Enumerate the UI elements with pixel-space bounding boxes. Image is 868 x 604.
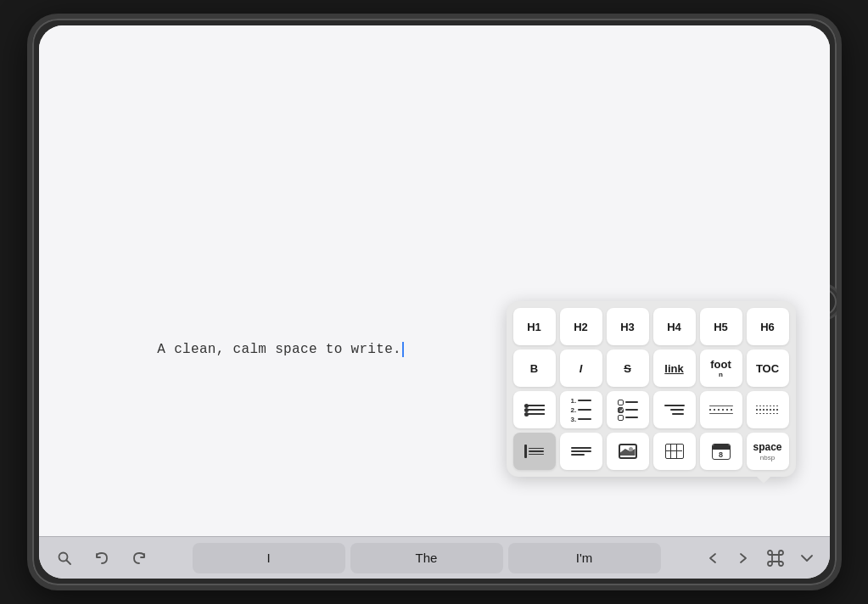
autocomplete-item-1[interactable]: I [193,543,345,573]
formatting-popup: H1 H2 H3 H4 H5 H6 B I S link footn TOC [507,301,796,477]
chevron-left-icon [706,550,720,567]
separator2-button[interactable] [747,391,789,428]
bullet-list-icon [524,405,545,415]
text-block-button[interactable] [560,433,602,470]
redo-icon [131,550,148,567]
document-area[interactable]: A clean, calm space to write. H1 H2 H3 H… [39,25,830,536]
italic-button[interactable]: I [560,350,602,387]
indent-icon [664,405,685,415]
nav-prev-button[interactable] [699,545,726,572]
calendar-icon: 8 [712,444,731,460]
heading5-button[interactable]: H5 [700,308,742,345]
text-block-icon [571,447,591,456]
link-button[interactable]: link [653,350,696,387]
bottom-toolbar: I The I'm [39,536,830,579]
chevron-right-icon [736,550,750,567]
autocomplete-item-2[interactable]: The [350,543,503,573]
toolbar-right [699,545,820,572]
command-icon [766,549,785,568]
autocomplete-item-3[interactable]: I'm [508,543,661,573]
chevron-down-icon [798,550,815,567]
command-button[interactable] [760,545,791,572]
redo-button[interactable] [124,543,154,573]
table-button[interactable] [653,433,696,470]
numbered-list-button[interactable]: 1. 2. 3. [560,391,602,428]
toc-button[interactable]: TOC [747,350,789,387]
footnote-button[interactable]: footn [700,350,742,387]
heading2-button[interactable]: H2 [560,308,602,345]
divider-icon [524,445,544,458]
heading1-button[interactable]: H1 [513,308,556,345]
heading3-button[interactable]: H3 [607,308,649,345]
screen: A clean, calm space to write. H1 H2 H3 H… [39,25,830,579]
image-icon [619,444,637,459]
checklist-button[interactable]: ✓ [607,391,649,428]
space-button[interactable]: space nbsp [747,433,789,470]
heading4-button[interactable]: H4 [653,308,696,345]
table-icon [665,444,684,459]
bullet-list-button[interactable] [513,391,556,428]
numbered-list-icon: 1. 2. 3. [571,397,591,423]
editor-text: A clean, calm space to write. [157,342,401,357]
separator2-icon [756,405,780,415]
nav-next-button[interactable] [730,545,757,572]
svg-line-1 [66,560,70,564]
undo-icon [93,550,110,567]
indent-button[interactable] [653,391,696,428]
checklist-icon: ✓ [618,400,638,421]
side-button[interactable] [27,289,31,315]
space-sublabel: nbsp [760,454,775,461]
bold-button[interactable]: B [513,350,556,387]
heading6-button[interactable]: H6 [747,308,789,345]
separator1-button[interactable] [700,391,742,428]
search-button[interactable] [49,543,80,573]
space-label: space [753,441,781,453]
undo-button[interactable] [87,543,117,573]
strikethrough-button[interactable]: S [607,350,649,387]
image-button[interactable] [607,433,649,470]
autocomplete-bar: I The I'm [161,543,692,573]
divider-button[interactable] [513,433,556,470]
separator1-icon [709,405,733,415]
device-frame: A clean, calm space to write. H1 H2 H3 H… [27,14,842,590]
search-icon [56,550,73,567]
text-cursor [402,342,404,357]
calendar-button[interactable]: 8 [700,433,742,470]
expand-button[interactable] [794,545,820,571]
